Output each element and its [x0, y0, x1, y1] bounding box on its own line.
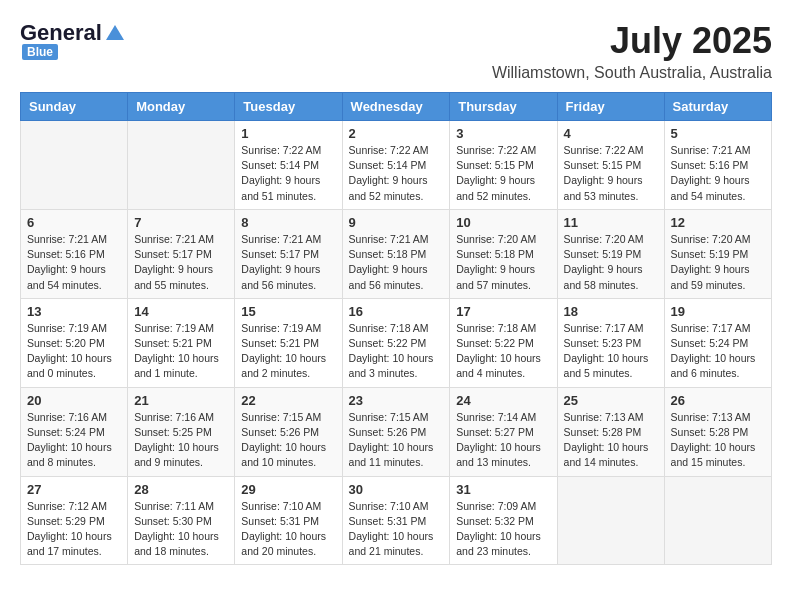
day-number: 20 [27, 393, 121, 408]
day-cell: 3Sunrise: 7:22 AM Sunset: 5:15 PM Daylig… [450, 121, 557, 210]
day-info: Sunrise: 7:12 AM Sunset: 5:29 PM Dayligh… [27, 499, 121, 560]
title-block: July 2025 Williamstown, South Australia,… [492, 20, 772, 82]
day-cell: 13Sunrise: 7:19 AM Sunset: 5:20 PM Dayli… [21, 298, 128, 387]
day-info: Sunrise: 7:17 AM Sunset: 5:24 PM Dayligh… [671, 321, 765, 382]
day-info: Sunrise: 7:21 AM Sunset: 5:17 PM Dayligh… [134, 232, 228, 293]
day-cell: 2Sunrise: 7:22 AM Sunset: 5:14 PM Daylig… [342, 121, 450, 210]
day-cell: 18Sunrise: 7:17 AM Sunset: 5:23 PM Dayli… [557, 298, 664, 387]
day-info: Sunrise: 7:09 AM Sunset: 5:32 PM Dayligh… [456, 499, 550, 560]
day-number: 18 [564, 304, 658, 319]
day-cell: 23Sunrise: 7:15 AM Sunset: 5:26 PM Dayli… [342, 387, 450, 476]
day-info: Sunrise: 7:14 AM Sunset: 5:27 PM Dayligh… [456, 410, 550, 471]
day-number: 7 [134, 215, 228, 230]
day-cell: 8Sunrise: 7:21 AM Sunset: 5:17 PM Daylig… [235, 209, 342, 298]
day-number: 2 [349, 126, 444, 141]
day-number: 30 [349, 482, 444, 497]
day-info: Sunrise: 7:16 AM Sunset: 5:25 PM Dayligh… [134, 410, 228, 471]
day-number: 29 [241, 482, 335, 497]
day-info: Sunrise: 7:20 AM Sunset: 5:19 PM Dayligh… [671, 232, 765, 293]
calendar-table: SundayMondayTuesdayWednesdayThursdayFrid… [20, 92, 772, 565]
day-number: 14 [134, 304, 228, 319]
day-info: Sunrise: 7:15 AM Sunset: 5:26 PM Dayligh… [349, 410, 444, 471]
day-info: Sunrise: 7:21 AM Sunset: 5:17 PM Dayligh… [241, 232, 335, 293]
day-number: 27 [27, 482, 121, 497]
day-info: Sunrise: 7:18 AM Sunset: 5:22 PM Dayligh… [349, 321, 444, 382]
day-number: 12 [671, 215, 765, 230]
logo-general: General [20, 20, 102, 46]
day-number: 28 [134, 482, 228, 497]
day-number: 5 [671, 126, 765, 141]
day-number: 31 [456, 482, 550, 497]
day-cell: 20Sunrise: 7:16 AM Sunset: 5:24 PM Dayli… [21, 387, 128, 476]
day-cell: 9Sunrise: 7:21 AM Sunset: 5:18 PM Daylig… [342, 209, 450, 298]
location-title: Williamstown, South Australia, Australia [492, 64, 772, 82]
day-cell: 26Sunrise: 7:13 AM Sunset: 5:28 PM Dayli… [664, 387, 771, 476]
day-info: Sunrise: 7:13 AM Sunset: 5:28 PM Dayligh… [671, 410, 765, 471]
page-header: General Blue July 2025 Williamstown, Sou… [20, 20, 772, 82]
day-cell: 24Sunrise: 7:14 AM Sunset: 5:27 PM Dayli… [450, 387, 557, 476]
day-info: Sunrise: 7:11 AM Sunset: 5:30 PM Dayligh… [134, 499, 228, 560]
day-info: Sunrise: 7:13 AM Sunset: 5:28 PM Dayligh… [564, 410, 658, 471]
day-info: Sunrise: 7:20 AM Sunset: 5:18 PM Dayligh… [456, 232, 550, 293]
day-cell: 5Sunrise: 7:21 AM Sunset: 5:16 PM Daylig… [664, 121, 771, 210]
day-number: 1 [241, 126, 335, 141]
month-title: July 2025 [492, 20, 772, 62]
day-number: 6 [27, 215, 121, 230]
day-cell: 6Sunrise: 7:21 AM Sunset: 5:16 PM Daylig… [21, 209, 128, 298]
day-info: Sunrise: 7:20 AM Sunset: 5:19 PM Dayligh… [564, 232, 658, 293]
day-cell [128, 121, 235, 210]
day-cell: 17Sunrise: 7:18 AM Sunset: 5:22 PM Dayli… [450, 298, 557, 387]
day-info: Sunrise: 7:21 AM Sunset: 5:18 PM Dayligh… [349, 232, 444, 293]
logo: General Blue [20, 20, 126, 60]
day-cell [21, 121, 128, 210]
weekday-wednesday: Wednesday [342, 93, 450, 121]
day-number: 3 [456, 126, 550, 141]
day-cell: 31Sunrise: 7:09 AM Sunset: 5:32 PM Dayli… [450, 476, 557, 565]
day-cell: 10Sunrise: 7:20 AM Sunset: 5:18 PM Dayli… [450, 209, 557, 298]
day-number: 23 [349, 393, 444, 408]
day-cell: 1Sunrise: 7:22 AM Sunset: 5:14 PM Daylig… [235, 121, 342, 210]
day-cell [557, 476, 664, 565]
day-cell: 30Sunrise: 7:10 AM Sunset: 5:31 PM Dayli… [342, 476, 450, 565]
day-cell: 29Sunrise: 7:10 AM Sunset: 5:31 PM Dayli… [235, 476, 342, 565]
week-row-3: 13Sunrise: 7:19 AM Sunset: 5:20 PM Dayli… [21, 298, 772, 387]
weekday-header-row: SundayMondayTuesdayWednesdayThursdayFrid… [21, 93, 772, 121]
week-row-1: 1Sunrise: 7:22 AM Sunset: 5:14 PM Daylig… [21, 121, 772, 210]
day-number: 16 [349, 304, 444, 319]
day-number: 22 [241, 393, 335, 408]
weekday-tuesday: Tuesday [235, 93, 342, 121]
day-number: 17 [456, 304, 550, 319]
day-info: Sunrise: 7:22 AM Sunset: 5:15 PM Dayligh… [456, 143, 550, 204]
day-info: Sunrise: 7:10 AM Sunset: 5:31 PM Dayligh… [241, 499, 335, 560]
day-info: Sunrise: 7:16 AM Sunset: 5:24 PM Dayligh… [27, 410, 121, 471]
day-cell [664, 476, 771, 565]
logo-icon [104, 22, 126, 44]
week-row-4: 20Sunrise: 7:16 AM Sunset: 5:24 PM Dayli… [21, 387, 772, 476]
day-info: Sunrise: 7:22 AM Sunset: 5:14 PM Dayligh… [241, 143, 335, 204]
day-number: 11 [564, 215, 658, 230]
day-number: 15 [241, 304, 335, 319]
day-cell: 22Sunrise: 7:15 AM Sunset: 5:26 PM Dayli… [235, 387, 342, 476]
day-cell: 16Sunrise: 7:18 AM Sunset: 5:22 PM Dayli… [342, 298, 450, 387]
day-cell: 19Sunrise: 7:17 AM Sunset: 5:24 PM Dayli… [664, 298, 771, 387]
day-number: 24 [456, 393, 550, 408]
day-info: Sunrise: 7:19 AM Sunset: 5:20 PM Dayligh… [27, 321, 121, 382]
logo-blue-badge: Blue [22, 44, 58, 60]
day-cell: 4Sunrise: 7:22 AM Sunset: 5:15 PM Daylig… [557, 121, 664, 210]
svg-marker-0 [106, 25, 124, 40]
day-number: 9 [349, 215, 444, 230]
day-cell: 12Sunrise: 7:20 AM Sunset: 5:19 PM Dayli… [664, 209, 771, 298]
day-cell: 25Sunrise: 7:13 AM Sunset: 5:28 PM Dayli… [557, 387, 664, 476]
weekday-friday: Friday [557, 93, 664, 121]
day-number: 4 [564, 126, 658, 141]
day-info: Sunrise: 7:10 AM Sunset: 5:31 PM Dayligh… [349, 499, 444, 560]
day-number: 19 [671, 304, 765, 319]
weekday-monday: Monday [128, 93, 235, 121]
day-info: Sunrise: 7:17 AM Sunset: 5:23 PM Dayligh… [564, 321, 658, 382]
day-info: Sunrise: 7:22 AM Sunset: 5:15 PM Dayligh… [564, 143, 658, 204]
day-cell: 11Sunrise: 7:20 AM Sunset: 5:19 PM Dayli… [557, 209, 664, 298]
day-number: 21 [134, 393, 228, 408]
day-cell: 21Sunrise: 7:16 AM Sunset: 5:25 PM Dayli… [128, 387, 235, 476]
day-info: Sunrise: 7:21 AM Sunset: 5:16 PM Dayligh… [671, 143, 765, 204]
day-info: Sunrise: 7:19 AM Sunset: 5:21 PM Dayligh… [241, 321, 335, 382]
